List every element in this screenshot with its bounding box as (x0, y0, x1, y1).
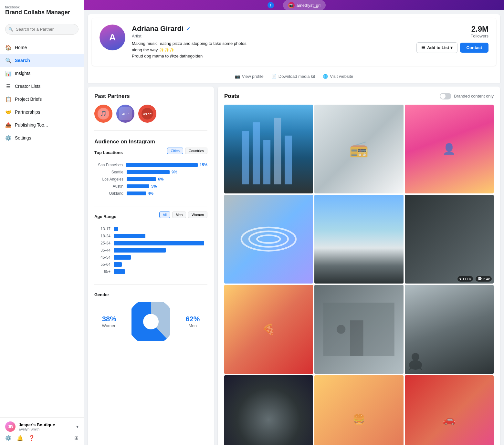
svg-text:APP: APP (122, 112, 129, 116)
project-briefs-label: Project Briefs (15, 97, 42, 102)
age-title: Age Range (94, 214, 116, 219)
age-row-5564: 55-64 (94, 262, 207, 267)
insights-label: Insights (15, 71, 30, 76)
sidebar-header: facebook Brand Collabs Manager (0, 0, 84, 20)
post-4[interactable] (224, 195, 313, 284)
women-pct: 38% (102, 315, 117, 323)
svg-rect-10 (263, 140, 270, 185)
gender-chart: 38% Women (94, 302, 207, 341)
help-icon[interactable]: ❓ (28, 435, 35, 441)
location-name-seattle: Seattle (94, 170, 123, 174)
grid-icon[interactable]: ⊞ (74, 435, 79, 441)
partner-logo-1: 🎵 (94, 105, 112, 123)
tab-facebook[interactable]: f (262, 0, 279, 10)
age-label-1317: 13-17 (94, 227, 110, 231)
sidebar-item-insights[interactable]: 📊 Insights (0, 67, 84, 80)
main-content: f 📷 amethyst_grl A Adriana Girardi ✔ Art… (84, 0, 504, 445)
location-name-oakland: Oakland (94, 191, 123, 196)
location-bar-oakland (127, 191, 146, 195)
post-10[interactable] (224, 375, 313, 445)
all-button[interactable]: All (159, 212, 170, 218)
age-bar-2534 (114, 241, 204, 245)
sidebar-item-project-briefs[interactable]: 📋 Project Briefs (0, 93, 84, 106)
post-2[interactable]: 📻 (314, 105, 403, 193)
tab-instagram[interactable]: 📷 amethyst_grl (283, 0, 326, 10)
post-6-comments: 💬 2.4k (476, 276, 492, 282)
men-label: Men (185, 323, 200, 328)
sidebar-item-settings[interactable]: ⚙️ Settings (0, 131, 84, 144)
followers-count: 2.9M (416, 25, 488, 34)
facebook-icon: f (268, 2, 274, 8)
visit-website-label: Visit website (330, 74, 353, 79)
post-7[interactable]: 🍕 (224, 285, 313, 374)
view-profile-link[interactable]: 📷 View profile (235, 74, 264, 79)
post-5[interactable] (314, 195, 403, 284)
age-row-3544: 35-44 (94, 248, 207, 253)
profile-bio: Making music, eating pizza and stopping … (132, 40, 410, 59)
download-icon: 📄 (271, 74, 277, 79)
age-row-1317: 13-17 (94, 227, 207, 231)
profile-avatar: A (100, 25, 125, 50)
locations-title: Top Locations (94, 150, 123, 155)
audience-title: Audience on Instagram (94, 139, 207, 145)
verified-badge: ✔ (186, 26, 190, 32)
partner-logo-2: APP (116, 105, 134, 123)
instagram-handle: amethyst_grl (297, 3, 320, 8)
branded-content-toggle[interactable] (440, 93, 451, 99)
post-3[interactable]: 👤 (405, 105, 494, 193)
bell-icon[interactable]: 🔔 (17, 435, 23, 441)
home-icon: 🏠 (5, 44, 12, 51)
sidebar-item-creator-lists[interactable]: ☰ Creator Lists (0, 80, 84, 93)
women-label: Women (102, 323, 117, 328)
sidebar-item-search[interactable]: 🔍 Search (0, 54, 84, 67)
post-12[interactable]: 🚗 (405, 375, 494, 445)
women-button[interactable]: Women (188, 212, 207, 218)
post-1[interactable] (224, 105, 313, 193)
bio-line1: Making music, eating pizza and stopping … (132, 41, 247, 46)
men-stat: 62% Men (185, 315, 200, 328)
insights-icon: 📊 (5, 70, 12, 77)
post-6-stats: ♥ 11.6k 💬 2.4k (457, 276, 492, 282)
sidebar-item-home[interactable]: 🏠 Home (0, 41, 84, 54)
location-row-sf: San Francisco 15% (94, 163, 207, 167)
age-section: Age Range All Men Women 13-17 (94, 214, 207, 285)
age-filter-buttons: All Men Women (159, 212, 207, 218)
search-wrap: 🔍 (5, 24, 79, 35)
settings-icon: ⚙️ (5, 135, 12, 141)
age-row-2534: 25-34 (94, 241, 207, 245)
profile-name-row: Adriana Girardi ✔ (132, 25, 410, 33)
profile-links: 📷 View profile 📄 Download media kit 🌐 Vi… (92, 70, 496, 83)
location-row-la: Los Angeles 6% (94, 177, 207, 181)
location-pct-austin: 5% (151, 184, 157, 189)
partner-logos: 🎵 APP WACC (94, 105, 207, 123)
post-8[interactable] (314, 285, 403, 374)
countries-button[interactable]: Countries (185, 148, 207, 154)
home-label: Home (15, 45, 27, 50)
men-button[interactable]: Men (172, 212, 186, 218)
list-icon: ☰ (421, 45, 425, 50)
contact-button[interactable]: Contact (460, 43, 488, 53)
visit-website-link[interactable]: 🌐 Visit website (323, 74, 353, 79)
post-6[interactable]: ♥ 11.6k 💬 2.4k (405, 195, 494, 284)
location-pct-la: 6% (158, 177, 163, 181)
age-label-1824: 18-24 (94, 234, 110, 238)
profile-type: Artist (132, 34, 410, 38)
add-to-list-button[interactable]: ☰ Add to List ▾ (416, 42, 457, 53)
posts-header: Posts Branded content only (224, 93, 494, 99)
post-11[interactable]: 🍔 (314, 375, 403, 445)
post-9[interactable] (405, 285, 494, 374)
sidebar-item-partnerships[interactable]: 🤝 Partnerships (0, 106, 84, 119)
download-media-kit-link[interactable]: 📄 Download media kit (271, 74, 315, 79)
search-input[interactable] (5, 24, 79, 35)
svg-rect-9 (253, 122, 260, 185)
locations-section: Top Locations Cities Countries San Franc… (94, 150, 207, 206)
cities-button[interactable]: Cities (167, 148, 183, 154)
sidebar-item-publishing-tools[interactable]: 📤 Publishing Too... (0, 119, 84, 131)
left-panel: Past Partners 🎵 APP WACC Audience on Ins… (88, 87, 214, 445)
age-bar-3544 (114, 248, 166, 253)
content-area: Past Partners 🎵 APP WACC Audience on Ins… (88, 87, 500, 445)
profile-right: 2.9M Followers ☰ Add to List ▾ Contact (416, 25, 488, 53)
followers-label: Followers (416, 34, 488, 38)
settings-footer-icon[interactable]: ⚙️ (5, 435, 12, 441)
account-chevron-icon[interactable]: ▾ (76, 424, 79, 429)
